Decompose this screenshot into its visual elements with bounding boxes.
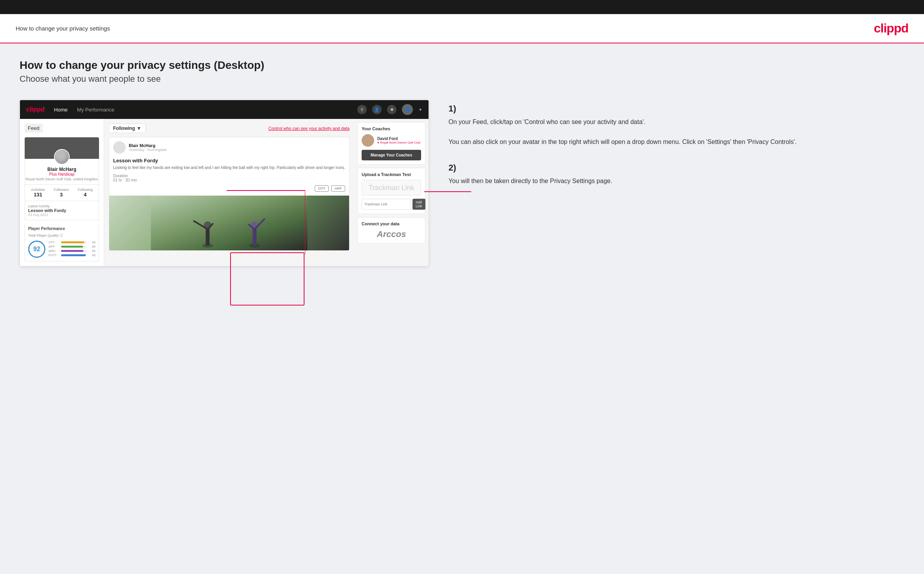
nav-my-performance[interactable]: My Performance [77,107,114,113]
clippd-logo: clippd [874,21,908,36]
duration-value: 01 hr : 30 min [113,178,345,182]
instructions-column: 1) On your Feed, click/tap on 'Control w… [448,100,904,201]
profile-banner [25,137,99,159]
compass-icon[interactable]: ✚ [387,105,396,114]
stat-following: Following 4 [78,188,93,198]
person-icon[interactable]: 👤 [372,105,382,114]
latest-activity-value: Lesson with Fordy [28,208,95,213]
activity-user-info: Blair McHarg Yesterday · Sunningdale [129,143,167,152]
activity-image [109,196,349,250]
main-content: How to change your privacy settings (Des… [0,43,924,573]
trackman-title: Upload a Trackman Test [362,172,421,177]
site-header: How to change your privacy settings clip… [0,14,924,43]
page-breadcrumb: How to change your privacy settings [16,25,110,32]
bar-putt-label: PUTT [49,253,59,257]
player-perf-title: Player Performance [28,226,95,231]
page-title: How to change your privacy settings (Des… [20,59,904,72]
tag-ott: OTT [315,185,329,192]
activity-user-name: Blair McHarg [129,143,167,148]
profile-avatar-inner [55,150,69,164]
annotation-arrow-line [424,191,471,192]
quality-bars: OTT 90 APP [49,241,95,258]
bar-app-fill [61,246,83,248]
stat-followers-value: 3 [54,192,69,198]
latest-activity-label: Latest Activity [28,204,95,208]
content-columns: clippd Home My Performance ⚲ 👤 ✚ 👤 ▼ [20,100,904,266]
trackman-placeholder: Trackman Link [362,180,421,196]
trackman-input-row: Add Link [362,199,421,210]
bar-putt-fill [61,254,86,256]
quality-score: 92 [28,241,45,258]
connect-data-title: Connect your data [362,221,421,226]
feed-tab[interactable]: Feed [25,124,43,133]
activity-card-header: Blair McHarg Yesterday · Sunningdale [109,137,349,158]
app-logo: clippd [26,106,45,113]
screenshot-wrapper: clippd Home My Performance ⚲ 👤 ✚ 👤 ▼ [20,100,429,266]
avatar-button[interactable]: 👤 [402,104,413,115]
bar-putt-track [61,254,87,256]
coach-club-text: Royal North Devon Golf Club [380,141,420,144]
feed-header: Following ▼ Control who can see your act… [109,124,349,133]
latest-activity: Latest Activity Lesson with Fordy 03 Aug… [25,201,99,220]
svg-rect-0 [151,196,308,250]
instruction-1: 1) On your Feed, click/tap on 'Control w… [448,104,904,147]
site-footer: Copyright Clippd 2022 [0,573,924,577]
add-link-button[interactable]: Add Link [412,199,425,210]
profile-name: Blair McHarg [25,167,99,172]
page-subheading: Choose what you want people to see [20,74,904,84]
activity-duration: Duration 01 hr : 30 min [109,174,349,185]
instruction-1-text: On your Feed, click/tap on 'Control who … [448,117,904,147]
trackman-input[interactable] [362,199,411,210]
stat-following-value: 4 [78,192,93,198]
activity-description: Looking to feel like my hands are exitin… [109,165,349,174]
coach-info: David Ford ● Royal North Devon Golf Club [377,137,420,144]
stat-followers-label: Followers [54,188,69,192]
arccos-brand: Arccos [362,229,421,239]
bar-arg: ARG 86 [49,249,95,253]
app-navbar: clippd Home My Performance ⚲ 👤 ✚ 👤 ▼ [20,100,429,119]
bar-app-val: 85 [88,245,95,248]
coach-name: David Ford [377,137,420,141]
following-chevron: ▼ [137,126,141,131]
coaches-panel: Your Coaches David Ford ● Royal North De… [357,122,425,165]
stat-activities: Activities 131 [31,188,45,198]
stat-activities-label: Activities [31,188,45,192]
duration-label: Duration [113,174,345,178]
stat-followers: Followers 3 [54,188,69,198]
instruction-2-number: 2) [448,163,904,173]
profile-stats: Activities 131 Followers 3 Following 4 [25,185,99,201]
activity-tags: OTT APP [109,185,349,196]
app-sidebar: Feed Blair McHarg Plus Handicap Royal No… [20,119,104,266]
bar-ott-val: 90 [88,241,95,244]
profile-handicap: Plus Handicap [25,172,99,176]
app-right-panel: Your Coaches David Ford ● Royal North De… [354,119,429,266]
following-label: Following [113,126,135,131]
app-body: Feed Blair McHarg Plus Handicap Royal No… [20,119,429,266]
profile-avatar [54,149,70,165]
quality-label: Total Player Quality ⓘ [28,233,95,238]
bar-ott: OTT 90 [49,241,95,244]
bar-ott-track [61,241,87,243]
stat-following-label: Following [78,188,93,192]
bar-ott-fill [61,241,84,243]
avatar-chevron: ▼ [418,108,422,112]
search-icon[interactable]: ⚲ [357,105,367,114]
control-privacy-link[interactable]: Control who can see your activity and da… [268,126,349,131]
nav-home[interactable]: Home [54,107,68,113]
bar-arg-label: ARG [49,249,59,253]
manage-coaches-button[interactable]: Manage Your Coaches [362,150,421,160]
activity-title: Lesson with Fordy [109,158,349,165]
bar-arg-val: 86 [88,249,95,253]
latest-activity-date: 03 Aug 2022 [28,213,95,217]
trackman-panel: Upload a Trackman Test Trackman Link Add… [357,168,425,214]
nav-icons: ⚲ 👤 ✚ 👤 ▼ [357,104,422,115]
following-button[interactable]: Following ▼ [109,124,146,133]
activity-user-meta: Yesterday · Sunningdale [129,148,167,152]
coach-avatar [362,134,374,147]
instruction-2: 2) You will then be taken directly to th… [448,163,904,186]
bar-ott-label: OTT [49,241,59,244]
bar-app: APP 85 [49,245,95,248]
connect-data-panel: Connect your data Arccos [357,217,425,244]
coaches-panel-title: Your Coaches [362,126,421,131]
instruction-1-number: 1) [448,104,904,114]
